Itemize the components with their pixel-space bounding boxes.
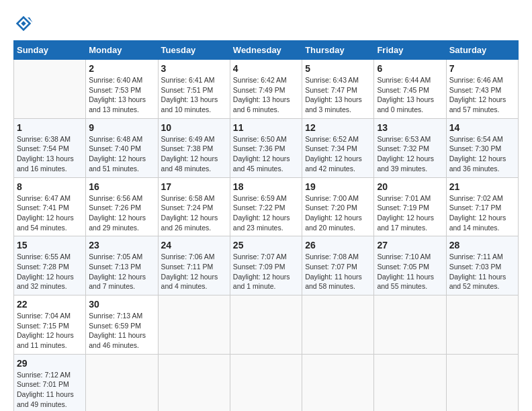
calendar-cell: 7Sunrise: 6:46 AM Sunset: 7:43 PM Daylig…	[446, 60, 518, 119]
day-number: 14	[449, 122, 515, 133]
calendar-cell: 30Sunrise: 7:13 AM Sunset: 6:59 PM Dayli…	[86, 295, 158, 355]
calendar-cell: 20Sunrise: 7:01 AM Sunset: 7:19 PM Dayli…	[374, 177, 446, 236]
day-number: 9	[89, 122, 154, 133]
day-number: 1	[17, 122, 83, 133]
day-number: 25	[233, 240, 299, 250]
calendar-cell: 1Sunrise: 6:38 AM Sunset: 7:54 PM Daylig…	[14, 118, 86, 177]
day-number: 19	[305, 181, 371, 192]
day-number: 15	[17, 240, 83, 250]
day-number: 4	[233, 63, 299, 74]
day-number: 10	[161, 122, 227, 133]
calendar-cell: 10Sunrise: 6:49 AM Sunset: 7:38 PM Dayli…	[158, 118, 230, 177]
calendar-cell: 19Sunrise: 7:00 AM Sunset: 7:20 PM Dayli…	[302, 177, 374, 236]
calendar-cell: 28Sunrise: 7:11 AM Sunset: 7:03 PM Dayli…	[446, 236, 518, 295]
calendar-cell	[230, 354, 302, 411]
calendar-cell: 22Sunrise: 7:04 AM Sunset: 7:15 PM Dayli…	[14, 295, 86, 355]
calendar-cell: 12Sunrise: 6:52 AM Sunset: 7:34 PM Dayli…	[302, 118, 374, 177]
calendar-table: SundayMondayTuesdayWednesdayThursdayFrid…	[13, 40, 519, 411]
day-info: Sunrise: 7:00 AM Sunset: 7:20 PM Dayligh…	[305, 193, 371, 233]
calendar-cell: 15Sunrise: 6:55 AM Sunset: 7:28 PM Dayli…	[14, 236, 86, 295]
weekday-header: Saturday	[446, 41, 518, 60]
calendar-cell: 26Sunrise: 7:08 AM Sunset: 7:07 PM Dayli…	[302, 236, 374, 295]
calendar-cell: 4Sunrise: 6:42 AM Sunset: 7:49 PM Daylig…	[230, 60, 302, 119]
calendar-cell: 3Sunrise: 6:41 AM Sunset: 7:51 PM Daylig…	[158, 60, 230, 119]
day-number: 30	[89, 299, 154, 310]
calendar-cell: 25Sunrise: 7:07 AM Sunset: 7:09 PM Dayli…	[230, 236, 302, 295]
day-info: Sunrise: 7:13 AM Sunset: 6:59 PM Dayligh…	[89, 311, 154, 351]
calendar-cell: 27Sunrise: 7:10 AM Sunset: 7:05 PM Dayli…	[374, 236, 446, 295]
calendar-week-row: 8Sunrise: 6:47 AM Sunset: 7:41 PM Daylig…	[14, 177, 519, 236]
day-info: Sunrise: 6:53 AM Sunset: 7:32 PM Dayligh…	[377, 134, 443, 174]
calendar-cell	[86, 354, 158, 411]
day-info: Sunrise: 7:10 AM Sunset: 7:05 PM Dayligh…	[377, 252, 443, 291]
day-number: 6	[377, 63, 443, 74]
calendar-cell: 6Sunrise: 6:44 AM Sunset: 7:45 PM Daylig…	[374, 60, 446, 119]
weekday-header: Sunday	[14, 41, 86, 60]
calendar-cell	[446, 295, 518, 355]
logo	[13, 13, 36, 34]
day-info: Sunrise: 7:05 AM Sunset: 7:13 PM Dayligh…	[89, 252, 154, 291]
day-info: Sunrise: 6:55 AM Sunset: 7:28 PM Dayligh…	[17, 252, 83, 291]
calendar-cell: 29Sunrise: 7:12 AM Sunset: 7:01 PM Dayli…	[14, 354, 86, 411]
calendar-cell	[14, 60, 86, 119]
day-info: Sunrise: 6:41 AM Sunset: 7:51 PM Dayligh…	[161, 75, 227, 115]
day-info: Sunrise: 7:01 AM Sunset: 7:19 PM Dayligh…	[377, 193, 443, 233]
day-number: 21	[449, 181, 515, 192]
calendar-week-row: 29Sunrise: 7:12 AM Sunset: 7:01 PM Dayli…	[14, 354, 519, 411]
calendar-cell: 5Sunrise: 6:43 AM Sunset: 7:47 PM Daylig…	[302, 60, 374, 119]
day-info: Sunrise: 7:06 AM Sunset: 7:11 PM Dayligh…	[161, 252, 227, 291]
day-number: 22	[17, 299, 83, 310]
day-info: Sunrise: 6:48 AM Sunset: 7:40 PM Dayligh…	[89, 134, 154, 174]
calendar-cell: 21Sunrise: 7:02 AM Sunset: 7:17 PM Dayli…	[446, 177, 518, 236]
logo-icon	[13, 13, 34, 34]
day-info: Sunrise: 6:43 AM Sunset: 7:47 PM Dayligh…	[305, 75, 371, 115]
weekday-header: Friday	[374, 41, 446, 60]
calendar-cell	[302, 354, 374, 411]
day-number: 8	[17, 181, 83, 192]
day-info: Sunrise: 6:40 AM Sunset: 7:53 PM Dayligh…	[89, 75, 154, 115]
calendar-cell: 24Sunrise: 7:06 AM Sunset: 7:11 PM Dayli…	[158, 236, 230, 295]
day-number: 7	[449, 63, 515, 74]
day-number: 5	[305, 63, 371, 74]
calendar-cell: 9Sunrise: 6:48 AM Sunset: 7:40 PM Daylig…	[86, 118, 158, 177]
day-info: Sunrise: 6:46 AM Sunset: 7:43 PM Dayligh…	[449, 75, 515, 115]
day-info: Sunrise: 6:58 AM Sunset: 7:24 PM Dayligh…	[161, 193, 227, 233]
day-info: Sunrise: 6:52 AM Sunset: 7:34 PM Dayligh…	[305, 134, 371, 174]
day-info: Sunrise: 6:59 AM Sunset: 7:22 PM Dayligh…	[233, 193, 299, 233]
day-number: 18	[233, 181, 299, 192]
weekday-header: Thursday	[302, 41, 374, 60]
day-info: Sunrise: 6:56 AM Sunset: 7:26 PM Dayligh…	[89, 193, 154, 233]
day-info: Sunrise: 6:50 AM Sunset: 7:36 PM Dayligh…	[233, 134, 299, 174]
day-info: Sunrise: 7:08 AM Sunset: 7:07 PM Dayligh…	[305, 252, 371, 291]
calendar-cell	[446, 354, 518, 411]
calendar-cell	[158, 354, 230, 411]
calendar-cell	[374, 354, 446, 411]
day-number: 29	[17, 358, 83, 369]
page-header	[13, 13, 519, 34]
calendar-cell: 14Sunrise: 6:54 AM Sunset: 7:30 PM Dayli…	[446, 118, 518, 177]
day-info: Sunrise: 6:44 AM Sunset: 7:45 PM Dayligh…	[377, 75, 443, 115]
calendar-cell	[230, 295, 302, 355]
weekday-header: Tuesday	[158, 41, 230, 60]
calendar-cell	[158, 295, 230, 355]
calendar-cell: 17Sunrise: 6:58 AM Sunset: 7:24 PM Dayli…	[158, 177, 230, 236]
weekday-header: Wednesday	[230, 41, 302, 60]
day-info: Sunrise: 7:12 AM Sunset: 7:01 PM Dayligh…	[17, 370, 83, 410]
day-number: 24	[161, 240, 227, 250]
day-number: 3	[161, 63, 227, 74]
day-number: 11	[233, 122, 299, 133]
calendar-cell: 8Sunrise: 6:47 AM Sunset: 7:41 PM Daylig…	[14, 177, 86, 236]
day-info: Sunrise: 6:42 AM Sunset: 7:49 PM Dayligh…	[233, 75, 299, 115]
calendar-cell: 18Sunrise: 6:59 AM Sunset: 7:22 PM Dayli…	[230, 177, 302, 236]
day-info: Sunrise: 6:47 AM Sunset: 7:41 PM Dayligh…	[17, 193, 83, 233]
calendar-cell: 11Sunrise: 6:50 AM Sunset: 7:36 PM Dayli…	[230, 118, 302, 177]
day-info: Sunrise: 7:11 AM Sunset: 7:03 PM Dayligh…	[449, 252, 515, 291]
calendar-cell	[374, 295, 446, 355]
day-info: Sunrise: 6:54 AM Sunset: 7:30 PM Dayligh…	[449, 134, 515, 174]
day-info: Sunrise: 6:38 AM Sunset: 7:54 PM Dayligh…	[17, 134, 83, 174]
day-number: 13	[377, 122, 443, 133]
day-number: 23	[89, 240, 154, 250]
day-number: 28	[449, 240, 515, 250]
day-number: 16	[89, 181, 154, 192]
weekday-header: Monday	[86, 41, 158, 60]
